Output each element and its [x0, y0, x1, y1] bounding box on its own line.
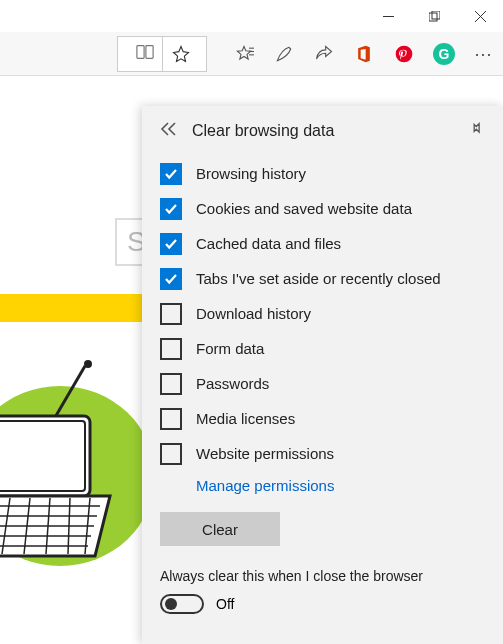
always-clear-label: Always clear this when I close the brows…	[160, 568, 485, 584]
svg-rect-6	[146, 45, 153, 58]
favorites-list-icon[interactable]	[233, 43, 255, 65]
close-button[interactable]	[457, 0, 503, 32]
clear-option-row[interactable]: Tabs I've set aside or recently closed	[160, 261, 485, 296]
clear-option-row[interactable]: Website permissions	[160, 436, 485, 471]
svg-point-13	[84, 360, 92, 368]
clear-option-row[interactable]: Passwords	[160, 366, 485, 401]
clear-option-row[interactable]: Download history	[160, 296, 485, 331]
checkbox-icon[interactable]	[160, 268, 182, 290]
share-icon[interactable]	[313, 43, 335, 65]
reading-view-icon[interactable]	[136, 43, 154, 65]
address-bar-tail[interactable]	[117, 36, 207, 72]
svg-point-10	[396, 45, 413, 62]
checkbox-label: Passwords	[196, 375, 269, 392]
clear-options-list: Browsing historyCookies and saved websit…	[160, 156, 485, 471]
pinterest-icon[interactable]	[393, 43, 415, 65]
checkbox-label: Cookies and saved website data	[196, 200, 412, 217]
checkbox-label: Tabs I've set aside or recently closed	[196, 270, 441, 287]
toggle-state-label: Off	[216, 596, 234, 612]
svg-rect-15	[0, 421, 85, 491]
panel-header: Clear browsing data	[160, 106, 485, 156]
checkbox-icon[interactable]	[160, 198, 182, 220]
svg-rect-1	[429, 13, 437, 21]
manage-permissions-link[interactable]: Manage permissions	[160, 477, 485, 494]
clear-button[interactable]: Clear	[160, 512, 280, 546]
clear-option-row[interactable]: Cookies and saved website data	[160, 191, 485, 226]
svg-rect-5	[137, 45, 144, 58]
checkbox-icon[interactable]	[160, 303, 182, 325]
browser-toolbar: G ⋯	[0, 32, 503, 76]
checkbox-icon[interactable]	[160, 233, 182, 255]
clear-browsing-data-panel: Clear browsing data Browsing historyCook…	[142, 106, 503, 644]
always-clear-toggle[interactable]	[160, 594, 204, 614]
svg-rect-2	[432, 11, 440, 19]
pin-icon[interactable]	[469, 122, 485, 142]
grammarly-icon[interactable]: G	[433, 43, 455, 65]
favorite-star-icon[interactable]	[162, 36, 198, 72]
clear-option-row[interactable]: Form data	[160, 331, 485, 366]
window-titlebar	[0, 0, 503, 32]
checkbox-icon[interactable]	[160, 373, 182, 395]
more-icon[interactable]: ⋯	[473, 43, 495, 65]
checkbox-label: Form data	[196, 340, 264, 357]
back-icon[interactable]	[160, 122, 178, 140]
checkbox-label: Cached data and files	[196, 235, 341, 252]
checkbox-icon[interactable]	[160, 408, 182, 430]
clear-option-row[interactable]: Browsing history	[160, 156, 485, 191]
clear-option-row[interactable]: Cached data and files	[160, 226, 485, 261]
checkbox-label: Website permissions	[196, 445, 334, 462]
checkbox-icon[interactable]	[160, 443, 182, 465]
maximize-button[interactable]	[411, 0, 457, 32]
panel-title: Clear browsing data	[192, 122, 334, 140]
checkbox-label: Browsing history	[196, 165, 306, 182]
office-icon[interactable]	[353, 43, 375, 65]
minimize-button[interactable]	[365, 0, 411, 32]
checkbox-icon[interactable]	[160, 163, 182, 185]
checkbox-icon[interactable]	[160, 338, 182, 360]
checkbox-label: Download history	[196, 305, 311, 322]
always-clear-toggle-row: Off	[160, 594, 485, 614]
web-note-icon[interactable]	[273, 43, 295, 65]
clear-option-row[interactable]: Media licenses	[160, 401, 485, 436]
checkbox-label: Media licenses	[196, 410, 295, 427]
toggle-knob	[165, 598, 177, 610]
